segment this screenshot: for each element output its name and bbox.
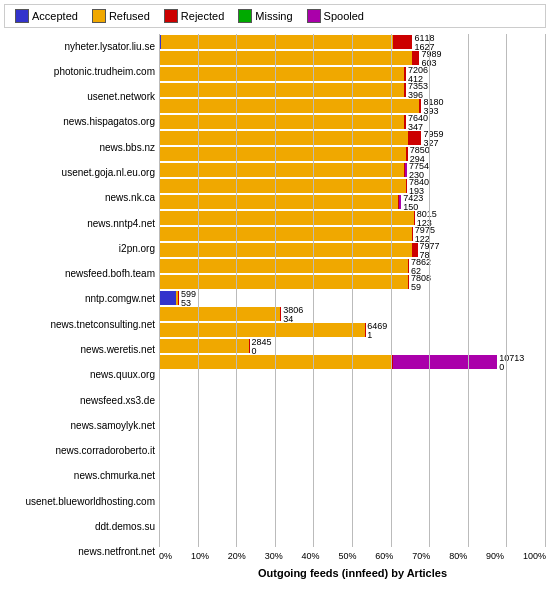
y-label: ddt.demos.su bbox=[4, 522, 155, 532]
missing-color-box bbox=[238, 9, 252, 23]
rejected-segment bbox=[393, 35, 412, 49]
y-label: nntp.comgw.net bbox=[4, 294, 155, 304]
bar-row: 107130 bbox=[159, 354, 546, 370]
refused-label: Refused bbox=[109, 10, 150, 22]
y-label: newsfeed.xs3.de bbox=[4, 396, 155, 406]
refused-segment bbox=[160, 275, 408, 289]
refused-segment bbox=[160, 67, 404, 81]
chart-container: Accepted Refused Rejected Missing Spoole… bbox=[0, 0, 550, 605]
bar-row: 7353396 bbox=[159, 82, 546, 98]
y-label: news.nk.ca bbox=[4, 193, 155, 203]
x-tick-label: 30% bbox=[265, 551, 283, 561]
y-label: news.netfront.net bbox=[4, 547, 155, 557]
bar-row: 7989603 bbox=[159, 50, 546, 66]
refused-segment bbox=[160, 307, 280, 321]
bar-value-label: 107130 bbox=[497, 354, 524, 372]
y-label: news.quux.org bbox=[4, 370, 155, 380]
x-tick-label: 10% bbox=[191, 551, 209, 561]
y-label: usenet.goja.nl.eu.org bbox=[4, 168, 155, 178]
bar-row: 7975122 bbox=[159, 226, 546, 242]
y-label: news.nntp4.net bbox=[4, 219, 155, 229]
refused-segment bbox=[160, 259, 408, 273]
bar-row: 380634 bbox=[159, 306, 546, 322]
refused-color-box bbox=[92, 9, 106, 23]
y-label: news.corradoroberto.it bbox=[4, 446, 155, 456]
bar-row: 7959327 bbox=[159, 130, 546, 146]
y-label: news.tnetconsulting.net bbox=[4, 320, 155, 330]
refused-segment bbox=[160, 115, 404, 129]
refused-segment bbox=[160, 99, 419, 113]
bar-row: 7840193 bbox=[159, 178, 546, 194]
x-tick-label: 50% bbox=[338, 551, 356, 561]
bar-row: 786262 bbox=[159, 258, 546, 274]
refused-segment bbox=[160, 227, 412, 241]
x-tick-label: 80% bbox=[449, 551, 467, 561]
refused-segment bbox=[160, 195, 398, 209]
y-label: usenet.network bbox=[4, 92, 155, 102]
bar-row: 780859 bbox=[159, 274, 546, 290]
accepted-color-box bbox=[15, 9, 29, 23]
bars-wrapper: 6118162779896037206412735339681803937640… bbox=[159, 34, 546, 565]
y-label: photonic.trudheim.com bbox=[4, 67, 155, 77]
y-label: news.weretis.net bbox=[4, 345, 155, 355]
bar-row: 7206412 bbox=[159, 66, 546, 82]
chart-title: Outgoing feeds (innfeed) by Articles bbox=[159, 567, 546, 579]
refused-segment bbox=[160, 243, 412, 257]
y-axis-labels: nyheter.lysator.liu.sephotonic.trudheim.… bbox=[4, 34, 159, 565]
accepted-segment bbox=[159, 291, 176, 305]
y-label: usenet.blueworldhosting.com bbox=[4, 497, 155, 507]
rejected-segment bbox=[412, 51, 420, 65]
y-label: news.chmurka.net bbox=[4, 471, 155, 481]
y-label: nyheter.lysator.liu.se bbox=[4, 42, 155, 52]
bar-row: 61181627 bbox=[159, 34, 546, 50]
legend-spooled: Spooled bbox=[307, 9, 364, 23]
bar-row: 8015123 bbox=[159, 210, 546, 226]
refused-segment bbox=[160, 83, 404, 97]
x-tick-label: 90% bbox=[486, 551, 504, 561]
bar-row: 59953 bbox=[159, 290, 546, 306]
bar-row: 64691 bbox=[159, 322, 546, 338]
refused-segment bbox=[160, 163, 404, 177]
bars-area: 6118162779896037206412735339681803937640… bbox=[159, 34, 546, 370]
spooled-color-box bbox=[307, 9, 321, 23]
bar-row: 797778 bbox=[159, 242, 546, 258]
legend-rejected: Rejected bbox=[164, 9, 224, 23]
x-tick-label: 100% bbox=[523, 551, 546, 561]
refused-segment bbox=[160, 339, 249, 353]
bar-row: 7754230 bbox=[159, 162, 546, 178]
refused-segment bbox=[160, 147, 406, 161]
refused-segment bbox=[160, 131, 408, 145]
legend-missing: Missing bbox=[238, 9, 292, 23]
x-tick-label: 60% bbox=[375, 551, 393, 561]
refused-segment bbox=[160, 355, 392, 369]
y-label: news.bbs.nz bbox=[4, 143, 155, 153]
x-tick-label: 40% bbox=[302, 551, 320, 561]
x-tick-label: 70% bbox=[412, 551, 430, 561]
refused-segment bbox=[160, 179, 406, 193]
rejected-label: Rejected bbox=[181, 10, 224, 22]
refused-segment bbox=[161, 35, 393, 49]
chart-body: nyheter.lysator.liu.sephotonic.trudheim.… bbox=[0, 32, 550, 605]
bar-row: 7640347 bbox=[159, 114, 546, 130]
y-label: news.samoylyk.net bbox=[4, 421, 155, 431]
refused-segment bbox=[160, 323, 365, 337]
bar-row: 7423150 bbox=[159, 194, 546, 210]
x-tick-label: 20% bbox=[228, 551, 246, 561]
legend-refused: Refused bbox=[92, 9, 150, 23]
refused-segment bbox=[160, 211, 413, 225]
legend-accepted: Accepted bbox=[15, 9, 78, 23]
bar-row: 7850294 bbox=[159, 146, 546, 162]
rejected-segment bbox=[408, 131, 422, 145]
accepted-label: Accepted bbox=[32, 10, 78, 22]
spooled-segment bbox=[393, 355, 497, 369]
bar-row: 28450 bbox=[159, 338, 546, 354]
y-label: newsfeed.bofh.team bbox=[4, 269, 155, 279]
y-label: news.hispagatos.org bbox=[4, 117, 155, 127]
y-label: i2pn.org bbox=[4, 244, 155, 254]
refused-segment bbox=[160, 51, 412, 65]
legend: Accepted Refused Rejected Missing Spoole… bbox=[4, 4, 546, 28]
missing-label: Missing bbox=[255, 10, 292, 22]
spooled-label: Spooled bbox=[324, 10, 364, 22]
bar-row: 8180393 bbox=[159, 98, 546, 114]
rejected-color-box bbox=[164, 9, 178, 23]
